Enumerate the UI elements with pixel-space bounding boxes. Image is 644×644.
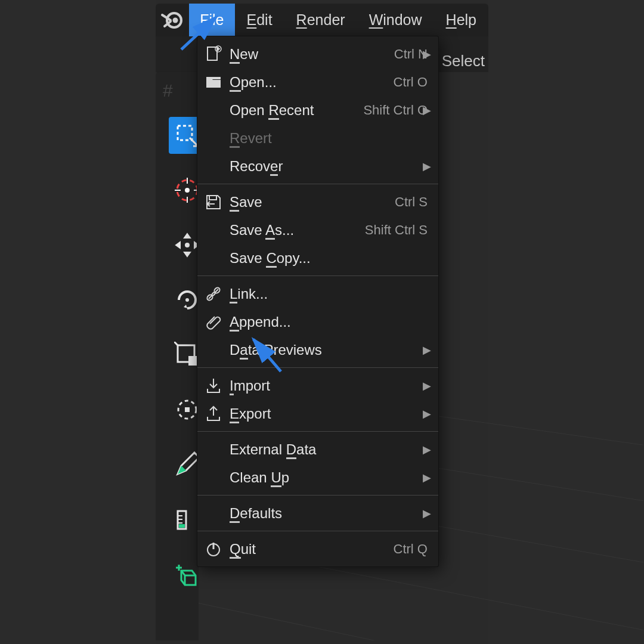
app-window: Select # Node Perspective Collection Fil… bbox=[156, 4, 488, 640]
submenu-arrow-icon: ▶ bbox=[423, 104, 431, 117]
menu-item-save-shortcut: Ctrl S bbox=[395, 194, 428, 210]
menu-item-save-as[interactable]: Save As...Shift Ctrl S bbox=[197, 216, 438, 244]
menu-item-link[interactable]: Link... bbox=[197, 280, 438, 308]
submenu-arrow-icon: ▶ bbox=[423, 379, 431, 392]
menu-item-revert-label: Revert bbox=[230, 130, 438, 147]
menu-item-new-label: New bbox=[230, 46, 394, 63]
menu-item-append[interactable]: Append... bbox=[197, 308, 438, 336]
menu-item-revert: Revert bbox=[197, 124, 438, 152]
submenu-arrow-icon: ▶ bbox=[423, 507, 431, 520]
menu-item-export[interactable]: Export▶ bbox=[197, 400, 438, 428]
svg-rect-24 bbox=[206, 77, 221, 79]
menu-item-open-recent-shortcut: Shift Ctrl O bbox=[363, 103, 428, 118]
svg-point-4 bbox=[185, 188, 190, 193]
submenu-arrow-icon: ▶ bbox=[423, 471, 431, 484]
new-icon bbox=[197, 45, 230, 63]
menu-render[interactable]: Render bbox=[284, 4, 357, 36]
submenu-arrow-icon: ▶ bbox=[423, 48, 431, 61]
menu-item-data-previews-label: Data Previews bbox=[230, 342, 438, 358]
svg-rect-19 bbox=[179, 524, 185, 528]
submenu-arrow-icon: ▶ bbox=[423, 407, 431, 420]
folder-icon bbox=[197, 73, 230, 91]
svg-point-10 bbox=[185, 298, 189, 302]
menu-item-append-label: Append... bbox=[230, 314, 438, 330]
menu-item-save-label: Save bbox=[230, 194, 395, 210]
menu-item-open[interactable]: Open...Ctrl O bbox=[197, 68, 438, 96]
menu-item-clean-up-label: Clean Up bbox=[230, 469, 438, 486]
save-icon bbox=[197, 193, 230, 211]
menu-item-import[interactable]: Import▶ bbox=[197, 371, 438, 400]
menu-item-save[interactable]: SaveCtrl S bbox=[197, 188, 438, 216]
blender-logo-icon[interactable] bbox=[156, 4, 189, 36]
letterbox-left bbox=[0, 0, 156, 644]
menu-item-new[interactable]: NewCtrl N▶ bbox=[197, 40, 438, 68]
menu-item-open-recent-label: Open Recent bbox=[230, 102, 363, 119]
menu-item-export-label: Export bbox=[230, 405, 438, 422]
export-icon bbox=[197, 405, 230, 423]
link-icon bbox=[197, 285, 230, 303]
menu-item-data-previews[interactable]: Data Previews▶ bbox=[197, 336, 438, 364]
menu-item-recover[interactable]: Recover▶ bbox=[197, 152, 438, 180]
mode-label: Select bbox=[442, 52, 485, 70]
clip-icon bbox=[197, 313, 230, 331]
menu-bar: FileEditRenderWindowHelp bbox=[156, 4, 488, 36]
menu-item-link-label: Link... bbox=[230, 286, 438, 302]
menu-item-external-data-label: External Data bbox=[230, 441, 438, 458]
svg-point-9 bbox=[185, 243, 189, 247]
menu-help[interactable]: Help bbox=[434, 4, 488, 36]
submenu-arrow-icon: ▶ bbox=[423, 160, 431, 173]
menu-item-open-label: Open... bbox=[230, 74, 394, 91]
menu-window[interactable]: Window bbox=[357, 4, 434, 36]
menu-item-external-data[interactable]: External Data▶ bbox=[197, 435, 438, 463]
menu-item-open-shortcut: Ctrl O bbox=[394, 75, 428, 90]
menu-item-recover-label: Recover bbox=[230, 158, 438, 175]
menu-item-save-copy-label: Save Copy... bbox=[230, 250, 438, 267]
menu-item-quit-shortcut: Ctrl Q bbox=[394, 541, 428, 557]
menu-item-defaults-label: Defaults bbox=[230, 505, 438, 522]
import-icon bbox=[197, 377, 230, 395]
power-icon bbox=[197, 540, 230, 558]
menu-item-clean-up[interactable]: Clean Up▶ bbox=[197, 463, 438, 491]
menu-item-save-copy[interactable]: Save Copy... bbox=[197, 244, 438, 272]
svg-point-1 bbox=[173, 17, 178, 23]
menu-item-save-as-label: Save As... bbox=[230, 222, 365, 239]
submenu-arrow-icon: ▶ bbox=[423, 343, 431, 357]
svg-rect-14 bbox=[185, 407, 190, 412]
submenu-arrow-icon: ▶ bbox=[423, 443, 431, 456]
menu-edit[interactable]: Edit bbox=[235, 4, 284, 36]
menu-item-defaults[interactable]: Defaults▶ bbox=[197, 499, 438, 527]
menu-item-save-as-shortcut: Shift Ctrl S bbox=[365, 222, 428, 238]
menu-file[interactable]: File bbox=[189, 4, 234, 36]
file-menu-dropdown: NewCtrl N▶Open...Ctrl OOpen RecentShift … bbox=[197, 36, 439, 567]
menu-item-quit[interactable]: QuitCtrl Q bbox=[197, 535, 438, 563]
menu-item-open-recent[interactable]: Open RecentShift Ctrl O▶ bbox=[197, 96, 438, 124]
menu-item-import-label: Import bbox=[230, 377, 438, 394]
menu-item-quit-label: Quit bbox=[230, 541, 394, 558]
